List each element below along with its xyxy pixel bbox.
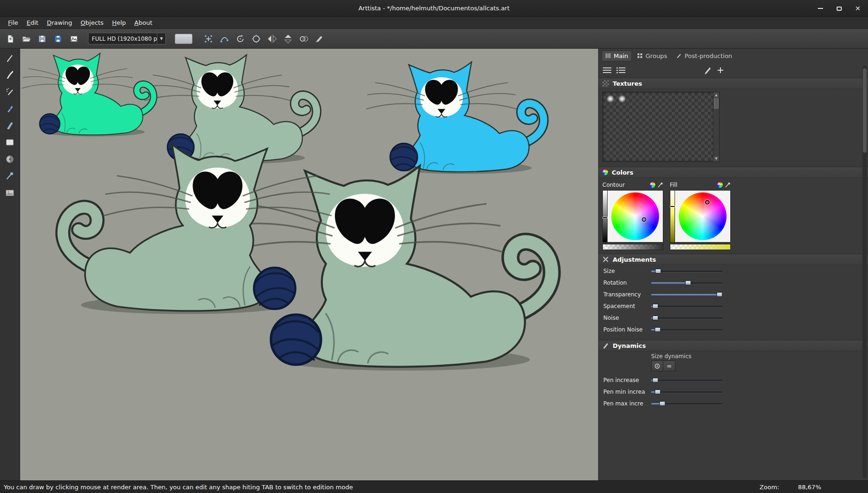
menu-drawing[interactable]: Drawing [43, 17, 76, 28]
rotation-slider[interactable] [651, 280, 722, 286]
calligraphy-tool[interactable] [4, 120, 15, 131]
menu-edit[interactable]: Edit [22, 17, 43, 28]
chevron-down-icon: ▼ [157, 33, 165, 44]
flip-vertical-icon[interactable] [282, 32, 294, 45]
contour-gradient-icon[interactable] [650, 182, 655, 188]
right-panel: Main Groups Post-production Textures ▲ ▼ [598, 49, 868, 480]
edit-pen-icon[interactable] [704, 66, 712, 74]
save-as-icon[interactable] [52, 32, 64, 45]
adjustments-section-header[interactable]: Adjustments [599, 254, 868, 265]
tab-groups[interactable]: Groups [633, 51, 671, 61]
fill-value-slider[interactable] [670, 190, 675, 243]
pencil-tool[interactable] [4, 52, 15, 64]
close-icon[interactable]: ✕ [854, 5, 861, 12]
export-image-icon[interactable] [67, 32, 80, 45]
menu-file[interactable]: File [4, 17, 22, 28]
colors-section-header[interactable]: Colors [599, 167, 868, 178]
size-slider[interactable] [651, 268, 722, 274]
maximize-icon[interactable] [835, 5, 843, 12]
slider-row-spacement: Spacement [599, 300, 868, 312]
pen-max-increase-slider[interactable] [651, 400, 722, 407]
position-noise-slider[interactable] [651, 326, 722, 333]
tab-post-production-label: Post-production [684, 52, 732, 59]
textures-icon [602, 80, 609, 87]
sage-cat-large-left[interactable] [56, 143, 304, 316]
tab-main-label: Main [614, 52, 628, 59]
main-tab-icon [605, 53, 611, 59]
open-file-icon[interactable] [20, 32, 32, 45]
texture-scroll-thumb[interactable] [714, 98, 719, 109]
panel-icon-row [599, 63, 728, 78]
dynamics-infinity-toggle[interactable]: ∞ [663, 361, 675, 371]
spacement-slider[interactable] [651, 303, 722, 309]
transform-points-icon[interactable] [202, 32, 215, 45]
transparency-slider[interactable] [651, 291, 722, 298]
eraser-icon[interactable] [313, 32, 326, 45]
colors-area: Contour Fill [599, 178, 868, 254]
noise-slider[interactable] [651, 315, 722, 321]
pen-increase-slider[interactable] [651, 377, 722, 383]
fill-eyedropper-icon[interactable] [725, 182, 731, 188]
textures-section-header[interactable]: Textures [599, 78, 868, 89]
rotation-label: Rotation [603, 280, 651, 286]
texture-thumbnail[interactable] [618, 95, 626, 103]
brush-tool[interactable] [4, 69, 15, 81]
resolution-dropdown[interactable]: FULL HD (1920x1080 px) ▼ [88, 33, 166, 44]
circle-select-icon[interactable] [250, 32, 262, 45]
menu-about[interactable]: About [130, 17, 156, 28]
dynamics-icon [602, 342, 609, 349]
card-tool[interactable] [4, 137, 15, 148]
sage-cat-large-front[interactable] [260, 164, 560, 374]
image-tool[interactable] [4, 187, 15, 199]
tab-main[interactable]: Main [601, 51, 632, 61]
slider-row-size: Size [599, 265, 868, 277]
dynamics-section-header[interactable]: Dynamics [599, 340, 868, 351]
pen-min-increase-label: Pen min increa [603, 389, 651, 395]
contour-alpha-slider[interactable] [602, 244, 663, 250]
pen-min-increase-slider[interactable] [651, 389, 722, 395]
pen-tool[interactable] [4, 103, 15, 114]
fill-label: Fill [670, 182, 677, 188]
panel-scrollbar[interactable] [862, 66, 867, 478]
dynamics-circle-toggle[interactable] [652, 361, 663, 371]
tab-post-production[interactable]: Post-production [672, 51, 736, 61]
post-production-tab-icon [676, 53, 682, 59]
add-icon[interactable] [717, 66, 724, 74]
texture-thumbnail[interactable] [607, 95, 614, 103]
menubar: File Edit Drawing Objects Help About [0, 17, 868, 29]
compact-list-icon[interactable] [616, 67, 626, 74]
contour-color-wheel[interactable] [608, 190, 663, 243]
save-icon[interactable] [36, 32, 48, 45]
scroll-up-icon[interactable]: ▲ [713, 92, 719, 98]
texture-list[interactable]: ▲ ▼ [602, 92, 720, 162]
fill-alpha-slider[interactable] [670, 244, 731, 250]
airbrush-tool[interactable] [4, 86, 15, 97]
contour-value-slider[interactable] [602, 190, 608, 243]
dynamics-title: Dynamics [613, 342, 646, 349]
teal-cat-top-left[interactable] [35, 52, 157, 138]
disc-tool[interactable] [4, 154, 15, 165]
brush-preview-swatch[interactable] [175, 34, 193, 44]
minimize-icon[interactable] [816, 5, 824, 12]
transparency-label: Transparency [603, 291, 651, 298]
new-document-icon[interactable] [4, 32, 16, 45]
menu-objects[interactable]: Objects [76, 17, 108, 28]
texture-scrollbar[interactable]: ▲ ▼ [713, 92, 719, 162]
titlebar: Arttista - */home/helmuth/Documentos/all… [0, 0, 868, 17]
fill-wheel-indicator[interactable] [705, 200, 710, 205]
fill-gradient-icon[interactable] [717, 182, 723, 188]
eyedropper-tool[interactable] [4, 170, 15, 182]
panel-scroll-thumb[interactable] [863, 68, 867, 153]
list-view-icon[interactable] [602, 67, 612, 74]
fill-color-wheel[interactable] [675, 190, 731, 243]
scroll-down-icon[interactable]: ▼ [713, 156, 719, 162]
flip-horizontal-icon[interactable] [266, 32, 278, 45]
rotate-icon[interactable] [234, 32, 246, 45]
contour-eyedropper-icon[interactable] [658, 182, 663, 188]
menu-help[interactable]: Help [108, 17, 130, 28]
drawing-canvas[interactable] [20, 49, 598, 480]
pen-max-increase-label: Pen max incre [603, 400, 651, 407]
node-edit-icon[interactable] [218, 32, 230, 45]
blue-cat-top-right[interactable] [384, 61, 548, 176]
ellipses-icon[interactable] [297, 32, 310, 45]
